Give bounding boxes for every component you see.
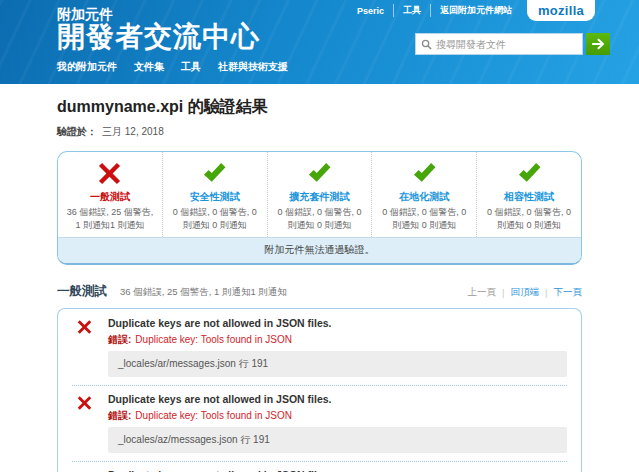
error-x-icon — [63, 161, 157, 187]
validated-meta: 驗證於：三月 12, 2018 — [57, 125, 582, 139]
search-icon — [421, 39, 432, 50]
header-nav: 我的附加元件 文件集 工具 社群與技術支援 — [0, 60, 639, 74]
results-section-header: 一般測試 36 個錯誤, 25 個警告, 1 則通知1 則通知 上一頁 | 回頂… — [57, 283, 582, 300]
error-label: 錯誤: — [108, 410, 131, 421]
page-title: dummyname.xpi 的驗證結果 — [57, 97, 582, 118]
search-submit-button[interactable] — [586, 33, 610, 55]
suite-localization-link[interactable]: 在地化測試 — [377, 190, 471, 204]
suite-extension-counts: 0 個錯誤, 0 個警告, 0 則通知 0 則通知 — [273, 206, 367, 231]
suite-localization: 在地化測試 0 個錯誤, 0 個警告, 0 則通知 0 則通知 — [371, 152, 476, 237]
suite-compatibility-link[interactable]: 相容性測試 — [482, 190, 576, 204]
error-location: _locales/az/messages.json 行 191 — [108, 427, 567, 453]
suite-extension: 擴充套件測試 0 個錯誤, 0 個警告, 0 則通知 0 則通知 — [267, 152, 372, 237]
suite-security-link[interactable]: 安全性測試 — [168, 190, 262, 204]
nav-community-support[interactable]: 社群與技術支援 — [218, 60, 288, 74]
pagination-next[interactable]: 下一頁 — [554, 286, 583, 299]
site-header: Pseric 工具 返回附加元件網站 mozilla 附加元件 開發者交流中心 … — [0, 0, 639, 84]
error-x-icon — [76, 319, 93, 335]
main-content: dummyname.xpi 的驗證結果 驗證於：三月 12, 2018 一般測試… — [0, 97, 639, 472]
brand-addons-label: 附加元件 — [57, 6, 639, 22]
suite-security-counts: 0 個錯誤, 0 個警告, 0 則通知 0 則通知 — [168, 206, 262, 231]
error-list: Duplicate keys are not allowed in JSON f… — [57, 308, 582, 472]
suite-general-counts: 36 個錯誤, 25 個警告, 1 則通知1 則通知 — [63, 206, 157, 231]
search-bar — [415, 33, 610, 55]
suite-security: 安全性測試 0 個錯誤, 0 個警告, 0 則通知 0 則通知 — [162, 152, 267, 237]
check-icon — [377, 161, 471, 187]
suite-general-link[interactable]: 一般測試 — [63, 190, 157, 204]
search-field-wrap — [415, 33, 583, 55]
results-section-title: 一般測試 — [57, 283, 107, 300]
search-input[interactable] — [436, 39, 577, 50]
suite-compatibility: 相容性測試 0 個錯誤, 0 個警告, 0 則通知 0 則通知 — [476, 152, 581, 237]
error-title: Duplicate keys are not allowed in JSON f… — [108, 393, 567, 405]
suite-general: 一般測試 36 個錯誤, 25 個警告, 1 則通知1 則通知 — [58, 152, 162, 237]
nav-tools[interactable]: 工具 — [181, 60, 201, 74]
suite-localization-counts: 0 個錯誤, 0 個警告, 0 則通知 0 則通知 — [377, 206, 471, 231]
suite-compatibility-counts: 0 個錯誤, 0 個警告, 0 則通知 0 則通知 — [482, 206, 576, 231]
suite-row: 一般測試 36 個錯誤, 25 個警告, 1 則通知1 則通知 安全性測試 0 … — [58, 152, 581, 237]
pagination-back-to-top[interactable]: 回頂端 — [511, 286, 540, 299]
error-message: 錯誤:Duplicate key: Tools found in JSON — [108, 334, 567, 345]
pagination-separator: | — [502, 287, 504, 298]
error-location: _locales/ar/messages.json 行 191 — [108, 351, 567, 377]
check-icon — [273, 161, 367, 187]
arrow-right-icon — [592, 38, 605, 50]
error-detail: Duplicate key: Tools found in JSON — [135, 334, 292, 345]
validation-verdict: 附加元件無法通過驗證。 — [58, 237, 581, 263]
check-icon — [482, 161, 576, 187]
error-detail: Duplicate key: Tools found in JSON — [135, 410, 292, 421]
error-message: 錯誤:Duplicate key: Tools found in JSON — [108, 410, 567, 421]
validated-label: 驗證於： — [57, 126, 97, 137]
suite-extension-link[interactable]: 擴充套件測試 — [273, 190, 367, 204]
error-x-icon — [76, 395, 93, 411]
error-item-ar: Duplicate keys are not allowed in JSON f… — [72, 310, 567, 386]
check-icon — [168, 161, 262, 187]
error-item-az: Duplicate keys are not allowed in JSON f… — [72, 386, 567, 462]
nav-documentation[interactable]: 文件集 — [134, 60, 164, 74]
nav-my-addons[interactable]: 我的附加元件 — [57, 60, 117, 74]
pagination-prev: 上一頁 — [468, 286, 497, 299]
validated-date: 三月 12, 2018 — [102, 126, 164, 137]
validation-summary: 一般測試 36 個錯誤, 25 個警告, 1 則通知1 則通知 安全性測試 0 … — [57, 151, 582, 265]
pagination: 上一頁 | 回頂端 | 下一頁 — [468, 286, 582, 299]
error-label: 錯誤: — [108, 334, 131, 345]
pagination-separator: | — [545, 287, 547, 298]
error-title: Duplicate keys are not allowed in JSON f… — [108, 317, 567, 329]
results-section-counts: 36 個錯誤, 25 個警告, 1 則通知1 則通知 — [120, 286, 287, 299]
error-item-bg: Duplicate keys are not allowed in JSON f… — [72, 462, 567, 472]
